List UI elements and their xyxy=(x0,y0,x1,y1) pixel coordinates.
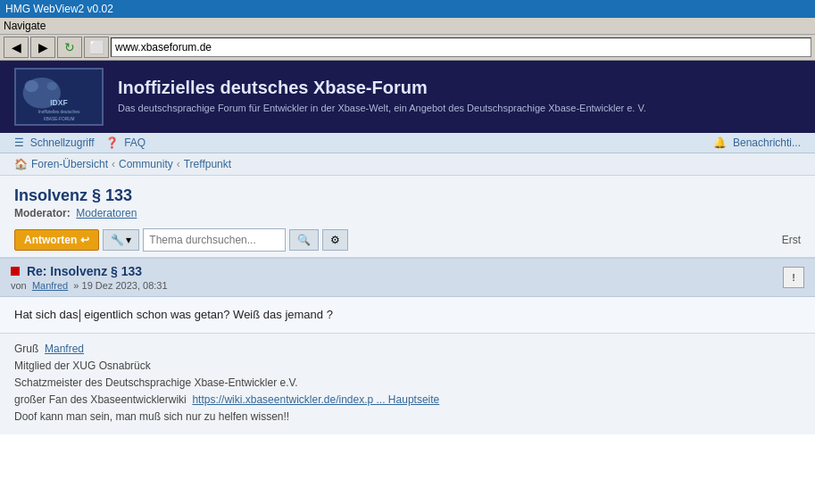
svg-text:Inoffizielles deutsches: Inoffizielles deutsches xyxy=(38,110,80,114)
banner-title-area: Inoffizielles deutsches Xbase-Forum Das … xyxy=(118,78,646,115)
title-bar-text: HMG WebView2 v0.02 xyxy=(5,3,113,15)
post-content: Hat sich das eigentlich schon was getan?… xyxy=(14,306,801,324)
report-button[interactable]: ! xyxy=(783,267,804,288)
nav-faq[interactable]: ❓ FAQ xyxy=(105,136,146,149)
sig-line-1: Mitglied der XUG Osnabrück xyxy=(14,358,801,375)
forum-logo: IDXF Inoffizielles deutsches XBASE-FORUM xyxy=(14,68,104,126)
advanced-search-button[interactable]: ⚙ xyxy=(322,229,348,251)
signature-author-link[interactable]: Manfred xyxy=(45,343,84,355)
refresh-button[interactable]: ↻ xyxy=(57,37,82,58)
title-bar: HMG WebView2 v0.02 xyxy=(0,0,815,18)
post-text-part1: Hat sich das xyxy=(14,308,79,321)
svg-point-2 xyxy=(25,80,38,92)
sig-wiki-link[interactable]: https://wiki.xbaseentwickler.de/index.p … xyxy=(192,393,439,406)
stop-button[interactable]: ⬜ xyxy=(84,37,109,58)
signature-greeting: Gruß Manfred xyxy=(14,341,801,358)
sig-line-2: Schatzmeister des Deutschsprachige Xbase… xyxy=(14,375,801,392)
post-author-link[interactable]: Manfred xyxy=(32,280,68,291)
moderator-link[interactable]: Moderatoren xyxy=(76,207,137,219)
browser-content: IDXF Inoffizielles deutsches XBASE-FORUM… xyxy=(0,61,815,434)
bell-icon: 🔔 xyxy=(713,136,727,149)
nav-left: ☰ Schnellzugriff ❓ FAQ xyxy=(14,136,146,149)
post-date: » 19 Dez 2023, 08:31 xyxy=(73,280,167,291)
cursor xyxy=(79,310,80,322)
signature-area: Gruß Manfred Mitglied der XUG Osnabrück … xyxy=(0,333,815,435)
nav-right: 🔔 Benachrichti... xyxy=(713,136,801,149)
breadcrumb-treffpunkt[interactable]: Treffpunkt xyxy=(184,158,231,170)
post-toolbar: Antworten ↩ 🔧 ▾ 🔍 ⚙ Erst xyxy=(0,223,815,258)
menu-navigate[interactable]: Navigate xyxy=(4,20,46,32)
question-icon: ❓ xyxy=(105,136,119,149)
post-flag-icon xyxy=(11,267,20,276)
nav-benachrichtigungen[interactable]: Benachrichti... xyxy=(733,136,801,149)
wrench-icon: 🔧 xyxy=(111,234,124,246)
breadcrumb: 🏠 Foren-Übersicht ‹ Community ‹ Treffpun… xyxy=(0,153,815,176)
post-area: Re: Insolvenz § 133 von Manfred » 19 Dez… xyxy=(0,258,815,434)
post-header-left: Re: Insolvenz § 133 von Manfred » 19 Dez… xyxy=(11,264,168,291)
toolbar: ◀ ▶ ↻ ⬜ xyxy=(0,35,815,61)
home-icon[interactable]: 🏠 xyxy=(14,158,28,170)
back-button[interactable]: ◀ xyxy=(4,37,29,58)
page-title: Insolvenz § 133 xyxy=(14,186,801,205)
sig-wiki-text: großer Fan des Xbaseentwicklerwiki xyxy=(14,393,187,406)
gear-icon: ⚙ xyxy=(330,234,340,246)
reply-icon: ↩ xyxy=(80,234,89,246)
post-header: Re: Insolvenz § 133 von Manfred » 19 Dez… xyxy=(0,259,815,297)
forward-button[interactable]: ▶ xyxy=(30,37,55,58)
post-body: Hat sich das eigentlich schon was getan?… xyxy=(0,297,815,333)
search-button[interactable]: 🔍 xyxy=(289,229,319,251)
nav-schnellzugriff[interactable]: ☰ Schnellzugriff xyxy=(14,136,95,149)
reply-button[interactable]: Antworten ↩ xyxy=(14,229,99,251)
page-title-area: Insolvenz § 133 Moderator: Moderatoren xyxy=(0,176,815,223)
svg-text:XBASE-FORUM: XBASE-FORUM xyxy=(43,117,74,121)
forum-title: Inoffizielles deutsches Xbase-Forum xyxy=(118,78,646,98)
greeting-text: Gruß xyxy=(14,343,38,355)
nav-bar: ☰ Schnellzugriff ❓ FAQ 🔔 Benachrichti... xyxy=(0,133,815,153)
forum-subtitle: Das deutschsprachige Forum für Entwickle… xyxy=(118,102,646,115)
post-meta: von Manfred » 19 Dez 2023, 08:31 xyxy=(11,280,168,291)
sig-line-3: großer Fan des Xbaseentwicklerwiki https… xyxy=(14,392,801,409)
reply-label: Antworten xyxy=(24,234,77,246)
post-title: Re: Insolvenz § 133 xyxy=(11,264,168,278)
tools-dropdown-icon: ▾ xyxy=(126,234,131,246)
breadcrumb-sep-1: ‹ xyxy=(112,158,115,170)
search-icon: 🔍 xyxy=(297,234,311,246)
post-text-part2: eigentlich schon was getan? Weiß das jem… xyxy=(81,308,333,321)
moderator-line: Moderator: Moderatoren xyxy=(14,207,801,219)
svg-text:IDXF: IDXF xyxy=(50,98,68,107)
breadcrumb-forenubersicht[interactable]: Foren-Übersicht xyxy=(31,158,108,170)
hamburger-icon: ☰ xyxy=(14,136,24,149)
tools-button[interactable]: 🔧 ▾ xyxy=(103,229,139,251)
breadcrumb-sep-2: ‹ xyxy=(177,158,180,170)
logo-svg: IDXF Inoffizielles deutsches XBASE-FORUM xyxy=(16,68,102,126)
address-input[interactable] xyxy=(111,37,811,57)
topic-search-input[interactable] xyxy=(143,228,286,252)
moderator-label: Moderator: xyxy=(14,207,71,219)
svg-point-3 xyxy=(47,82,58,91)
forum-banner: IDXF Inoffizielles deutsches XBASE-FORUM… xyxy=(0,61,815,133)
pagination-label: Erst xyxy=(782,234,801,246)
breadcrumb-community[interactable]: Community xyxy=(119,158,173,170)
author-prefix: von xyxy=(11,280,27,291)
menu-bar: Navigate xyxy=(0,18,815,35)
sig-line-4: Doof kann man sein, man muß sich nur zu … xyxy=(14,409,801,426)
